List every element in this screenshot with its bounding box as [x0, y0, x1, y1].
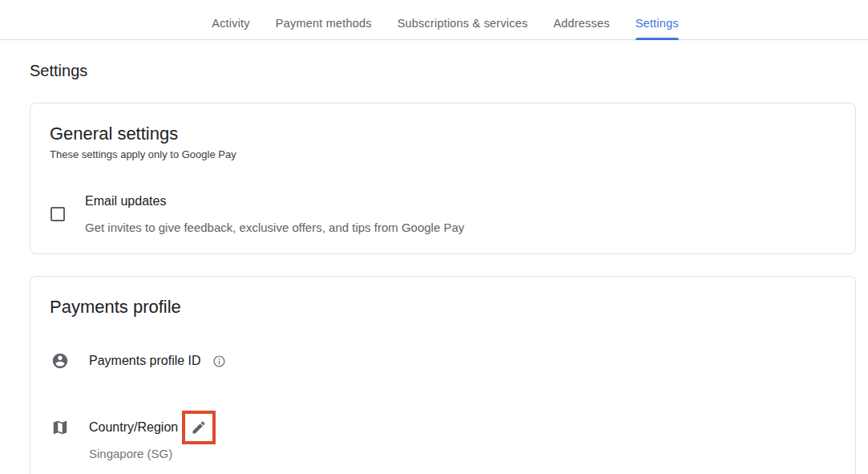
country-region-text: Country/Region Singapore (SG) [89, 411, 216, 461]
payments-profile-title: Payments profile [50, 296, 836, 318]
general-settings-title: General settings [50, 123, 836, 145]
tab-activity[interactable]: Activity [212, 0, 250, 39]
general-settings-card: General settings These settings apply on… [30, 103, 856, 254]
email-updates-description: Get invites to give feedback, exclusive … [85, 220, 464, 235]
info-outline-icon[interactable] [212, 354, 226, 368]
country-region-value: Singapore (SG) [89, 447, 216, 461]
tab-bar: Activity Payment methods Subscriptions &… [0, 0, 868, 40]
account-circle-icon [51, 352, 69, 370]
country-region-line: Country/Region [89, 411, 216, 444]
email-updates-label: Email updates [85, 193, 464, 209]
payments-profile-card: Payments profile Payments profile ID [30, 276, 856, 474]
tab-addresses[interactable]: Addresses [553, 0, 609, 39]
settings-page: Settings General settings These settings… [0, 62, 868, 474]
payments-profile-id-label: Payments profile ID [89, 354, 201, 368]
edit-country-button[interactable] [182, 411, 216, 444]
tab-subscriptions-services[interactable]: Subscriptions & services [398, 0, 528, 39]
general-settings-subtitle: These settings apply only to Google Pay [50, 148, 836, 161]
page-title: Settings [30, 62, 856, 80]
tab-settings[interactable]: Settings [636, 0, 679, 39]
pencil-icon [191, 419, 207, 436]
tab-payment-methods[interactable]: Payment methods [276, 0, 372, 39]
country-region-label: Country/Region [89, 420, 178, 435]
email-updates-row: Email updates Get invites to give feedba… [50, 193, 836, 235]
payments-profile-id-row: Payments profile ID [51, 352, 836, 370]
email-updates-checkbox[interactable] [50, 207, 65, 221]
map-icon [51, 419, 69, 436]
email-updates-text: Email updates Get invites to give feedba… [85, 193, 464, 235]
country-region-row: Country/Region Singapore (SG) [51, 411, 836, 461]
